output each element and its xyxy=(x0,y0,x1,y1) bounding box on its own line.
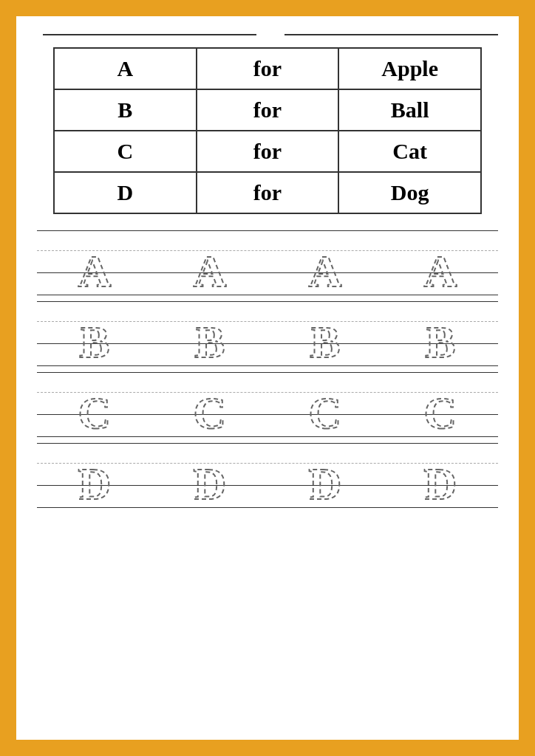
trace-row-D: DDDD xyxy=(37,441,498,508)
worksheet-page: AforAppleBforBallCforCatDforDog AAAABBBB… xyxy=(16,16,519,740)
table-row: DforDog xyxy=(54,172,481,213)
trace-letter-svg: B xyxy=(180,302,239,361)
cell-connector: for xyxy=(197,48,339,89)
trace-letters-A: AAAA xyxy=(37,229,498,292)
trace-letter-svg: B xyxy=(411,302,470,361)
trace-letter-svg: C xyxy=(65,373,124,432)
writing-line xyxy=(37,507,498,508)
writing-line xyxy=(37,365,498,366)
trace-letter-svg: C xyxy=(411,373,470,432)
svg-text:A: A xyxy=(78,246,112,290)
svg-text:D: D xyxy=(78,458,112,503)
cell-word: Ball xyxy=(338,89,481,131)
tracing-section: AAAABBBBCCCCDDDD xyxy=(37,229,498,508)
trace-letter-svg: C xyxy=(296,373,355,432)
cell-connector: for xyxy=(197,131,339,172)
trace-row-C: CCCC xyxy=(37,371,498,437)
cell-connector: for xyxy=(197,172,339,213)
writing-line xyxy=(37,295,498,295)
cell-connector: for xyxy=(197,89,339,131)
svg-text:C: C xyxy=(424,388,457,432)
trace-letter-svg: A xyxy=(180,231,239,290)
trace-letter-svg: A xyxy=(65,231,124,290)
table-row: AforApple xyxy=(54,48,481,89)
trace-letter-svg: A xyxy=(296,231,355,290)
trace-letter-svg: A xyxy=(411,231,470,290)
table-row: BforBall xyxy=(54,89,481,131)
cell-letter: B xyxy=(54,89,197,131)
cell-letter: C xyxy=(54,131,197,172)
table-row: CforCat xyxy=(54,131,481,172)
trace-letter-svg: D xyxy=(180,444,239,503)
cell-word: Cat xyxy=(338,131,481,172)
cell-word: Dog xyxy=(338,172,481,213)
trace-letter-svg: D xyxy=(411,444,470,503)
trace-letter-svg: D xyxy=(65,444,124,503)
trace-letter-svg: B xyxy=(65,302,124,361)
trace-letter-svg: B xyxy=(296,302,355,361)
trace-letters-D: DDDD xyxy=(37,441,498,504)
writing-line xyxy=(37,436,498,437)
svg-text:C: C xyxy=(78,388,112,432)
svg-text:C: C xyxy=(309,388,342,432)
svg-text:A: A xyxy=(424,246,457,290)
alphabet-table: AforAppleBforBallCforCatDforDog xyxy=(53,47,482,214)
trace-letter-svg: C xyxy=(180,373,239,432)
trace-letter-svg: D xyxy=(296,444,355,503)
svg-text:B: B xyxy=(194,317,225,361)
name-line xyxy=(43,34,256,35)
trace-letters-C: CCCC xyxy=(37,371,498,433)
svg-text:C: C xyxy=(194,388,227,432)
svg-text:B: B xyxy=(79,317,109,361)
svg-text:D: D xyxy=(309,458,342,503)
svg-text:D: D xyxy=(424,458,457,503)
trace-row-A: AAAA xyxy=(37,229,498,295)
header-row xyxy=(37,34,498,35)
trace-letters-B: BBBB xyxy=(37,300,498,362)
svg-text:B: B xyxy=(310,317,340,361)
svg-text:A: A xyxy=(194,246,227,290)
date-line xyxy=(284,34,498,35)
cell-letter: D xyxy=(54,172,197,213)
svg-text:A: A xyxy=(309,246,342,290)
cell-word: Apple xyxy=(338,48,481,89)
svg-text:D: D xyxy=(194,458,227,503)
svg-text:B: B xyxy=(425,317,455,361)
cell-letter: A xyxy=(54,48,197,89)
trace-row-B: BBBB xyxy=(37,300,498,366)
